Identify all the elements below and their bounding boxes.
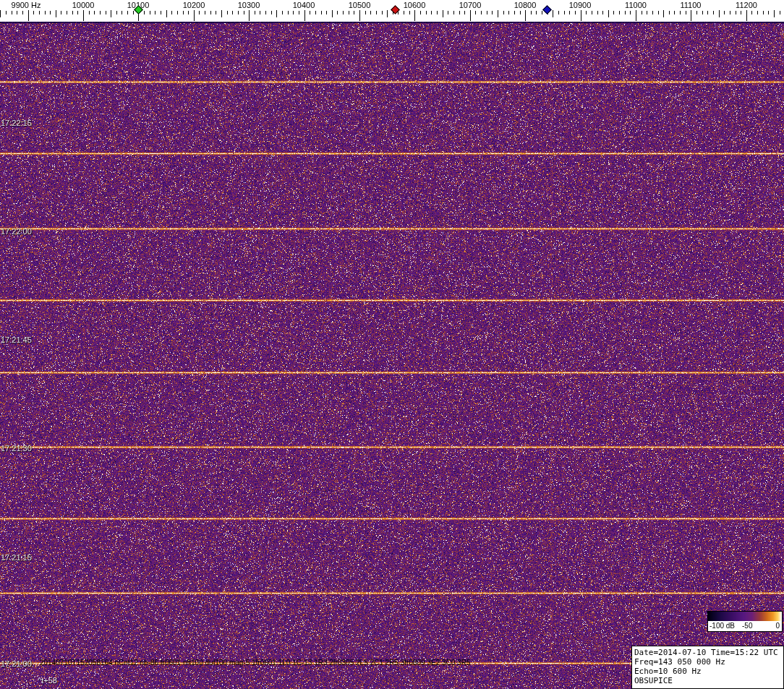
info-frequency: Freq=143 050 000 Hz xyxy=(634,657,781,667)
color-scale-gradient xyxy=(708,612,782,621)
scale-mid-label: -50 xyxy=(742,622,752,630)
ruler-frequency-label: 10200 xyxy=(183,1,205,9)
ruler-frequency-label: 10500 xyxy=(349,1,371,9)
ruler-frequency-label: 11100 xyxy=(681,1,702,9)
observation-info-box: Date=2014-07-10 Time=15:22 UTC Freq=143 … xyxy=(631,646,784,689)
time-label: 17:22:15 xyxy=(1,119,32,127)
ruler-frequency-label: 10900 xyxy=(569,1,592,9)
time-label: 17:21:45 xyxy=(1,335,32,344)
color-scale-labels: -100 dB -50 0 xyxy=(708,621,782,631)
ruler-frequency-label: 10700 xyxy=(459,1,482,9)
ruler-frequency-label: 10000 xyxy=(72,1,95,9)
info-echo: Echo=10 600 Hz xyxy=(634,667,781,676)
time-label: 17:21:30 xyxy=(1,444,32,453)
frequency-ruler[interactable]: 9900 Hz100001010010200103001040010500106… xyxy=(0,0,784,22)
spectrogram-canvas[interactable] xyxy=(0,22,784,689)
ruler-frequency-label: 10300 xyxy=(238,1,260,9)
info-station: OBSUPICE xyxy=(634,676,781,685)
ruler-frequency-label: 10800 xyxy=(514,1,537,9)
ruler-frequency-label: 10400 xyxy=(293,1,315,9)
time-label: 17:21:15 xyxy=(1,553,32,562)
time-label: 17:21:00 xyxy=(1,659,32,668)
ruler-frequency-label: 9900 Hz xyxy=(12,1,41,9)
scale-min-label: -100 dB xyxy=(710,622,735,630)
ruler-frequency-label: 11000 xyxy=(625,1,647,9)
event-annotation: 20140710T152058164 nCnt12 nb-86 fr0601 n… xyxy=(40,659,470,667)
color-scale-legend: -100 dB -50 0 xyxy=(707,611,783,632)
spectrogram-window: 9900 Hz100001010010200103001040010500106… xyxy=(0,0,784,689)
waterfall-display[interactable]: 17:22:1517:22:0017:21:4517:21:3017:21:15… xyxy=(0,22,784,689)
ruler-frequency-label: 10600 xyxy=(404,1,426,9)
cursor-readout: ^t+58 xyxy=(38,676,57,685)
time-label: 17:22:00 xyxy=(1,227,32,236)
info-date-time: Date=2014-07-10 Time=15:22 UTC xyxy=(634,648,781,657)
ruler-frequency-label: 11200 xyxy=(736,1,757,9)
scale-max-label: 0 xyxy=(775,622,780,630)
